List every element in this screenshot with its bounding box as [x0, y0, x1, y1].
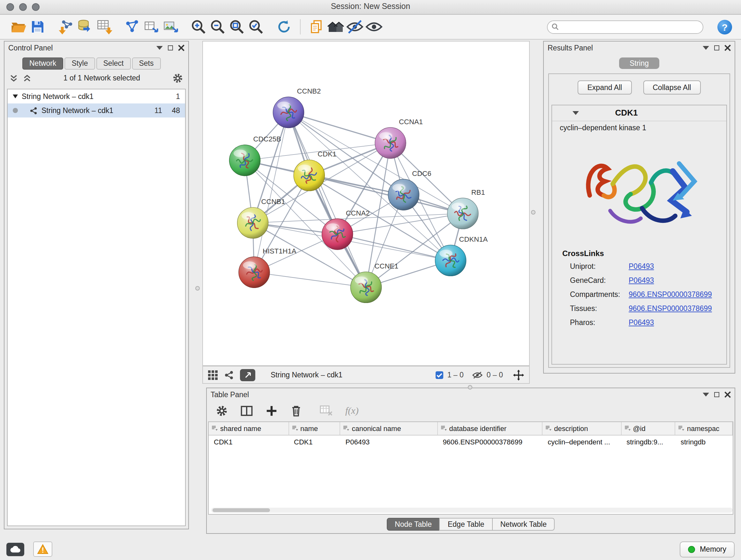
collapse-panel-icon[interactable]	[703, 393, 709, 396]
pan-mode-icon[interactable]	[513, 369, 524, 380]
cell-namespace[interactable]: stringdb	[676, 435, 733, 448]
import-network-file-icon[interactable]	[56, 17, 75, 37]
warning-button[interactable]	[33, 542, 52, 557]
sort-icon	[678, 425, 684, 432]
home-icon[interactable]	[326, 17, 345, 37]
tab-sets[interactable]: Sets	[132, 57, 160, 70]
zoom-in-icon[interactable]	[189, 17, 208, 37]
svg-text:CCNA2: CCNA2	[346, 209, 370, 217]
function-builder-icon[interactable]: f(x)	[345, 405, 359, 416]
network-canvas[interactable]: CCNB2CCNA1CDC25BCDK1CDC6RB1CCNB1CCNA2CDK…	[202, 41, 530, 366]
gene-description: cyclin–dependent kinase 1	[552, 121, 726, 132]
column-header[interactable]: name	[289, 422, 340, 435]
crosslink-link[interactable]: 9606.ENSP00000378699	[629, 291, 712, 298]
zoom-out-icon[interactable]	[208, 17, 227, 37]
hide-selected-icon[interactable]	[345, 17, 364, 37]
gear-icon[interactable]	[172, 72, 183, 83]
column-header[interactable]: @id	[621, 422, 675, 435]
control-panel-header: Control Panel	[4, 42, 188, 54]
delete-column-icon[interactable]	[290, 405, 302, 417]
tab-network-table[interactable]: Network Table	[492, 518, 555, 531]
cell-description[interactable]: cyclin–dependent ...	[542, 435, 621, 448]
splitter-grip[interactable]	[531, 210, 536, 214]
selected-checkbox-icon[interactable]	[435, 371, 444, 379]
close-panel-icon[interactable]	[724, 45, 731, 51]
network-from-table-icon[interactable]	[142, 17, 161, 37]
network-graph[interactable]: CCNB2CCNA1CDC25BCDK1CDC6RB1CCNB1CCNA2CDK…	[203, 42, 529, 365]
network-node-count: 11	[148, 107, 162, 114]
open-session-icon[interactable]	[9, 17, 28, 37]
splitter-grip[interactable]	[195, 286, 200, 291]
help-icon[interactable]: ?	[718, 19, 732, 34]
table-toolbar: f(x)	[207, 401, 735, 420]
float-panel-icon[interactable]	[168, 45, 173, 51]
expand-all-networks-icon[interactable]	[10, 74, 18, 82]
close-panel-icon[interactable]	[178, 45, 185, 51]
expand-all-button[interactable]: Expand All	[578, 80, 632, 95]
cell-canonical-name[interactable]: P06493	[340, 435, 438, 448]
memory-label: Memory	[700, 545, 726, 553]
column-header[interactable]: shared name	[209, 422, 289, 435]
network-collection-label: String Network – cdk1	[22, 92, 93, 100]
collapse-all-networks-icon[interactable]	[23, 74, 31, 82]
network-from-image-icon[interactable]	[161, 17, 180, 37]
window-title: Session: New Session	[0, 2, 741, 11]
tab-node-table[interactable]: Node Table	[387, 518, 440, 531]
collapse-all-button[interactable]: Collapse All	[643, 80, 700, 95]
share-network-icon[interactable]	[224, 370, 233, 380]
network-collection-row[interactable]: String Network – cdk1 1	[8, 89, 185, 104]
crosslink-link[interactable]: P06493	[629, 276, 654, 284]
float-panel-icon[interactable]	[714, 45, 719, 51]
cell-database-identifier[interactable]: 9606.ENSP00000378699	[437, 435, 542, 448]
tab-string[interactable]: String	[619, 57, 659, 69]
collapse-panel-icon[interactable]	[156, 46, 163, 50]
tab-edge-table[interactable]: Edge Table	[440, 518, 493, 531]
close-panel-icon[interactable]	[724, 391, 731, 398]
save-session-icon[interactable]	[28, 17, 47, 37]
add-column-icon[interactable]	[266, 405, 278, 417]
cloud-button[interactable]	[6, 543, 24, 556]
import-table-icon[interactable]	[94, 17, 114, 37]
table-row[interactable]: CDK1 CDK1 P06493 9606.ENSP00000378699 cy…	[209, 435, 733, 448]
collapse-panel-icon[interactable]	[703, 46, 709, 50]
column-header[interactable]: namespac	[676, 422, 733, 435]
import-network-database-icon[interactable]	[75, 17, 94, 37]
scrollbar-thumb[interactable]	[212, 508, 270, 512]
zoom-selected-icon[interactable]	[246, 17, 266, 37]
crosslink-link[interactable]: P06493	[629, 262, 654, 270]
column-header[interactable]: description	[542, 422, 621, 435]
cell-shared-name[interactable]: CDK1	[209, 435, 289, 448]
cell-name[interactable]: CDK1	[289, 435, 340, 448]
tab-select[interactable]: Select	[96, 57, 131, 70]
splitter-grip[interactable]	[468, 385, 472, 389]
birds-eye-view-icon[interactable]	[208, 370, 218, 380]
float-panel-icon[interactable]	[714, 392, 719, 397]
zoom-fit-icon[interactable]	[227, 17, 246, 37]
memory-button[interactable]: Memory	[680, 541, 735, 557]
table-tabs: Node Table Edge Table Network Table	[387, 518, 555, 531]
network-collection-count: 1	[176, 92, 180, 100]
refresh-layout-icon[interactable]	[274, 17, 293, 37]
tree-expander-icon[interactable]	[13, 95, 18, 98]
table-gear-icon[interactable]	[216, 405, 228, 417]
tab-style[interactable]: Style	[64, 57, 95, 70]
hidden-eye-icon[interactable]	[473, 371, 483, 379]
svg-text:CCNE1: CCNE1	[375, 262, 399, 270]
new-network-icon[interactable]	[123, 17, 142, 37]
copy-icon[interactable]	[307, 17, 326, 37]
show-all-icon[interactable]	[364, 17, 384, 37]
crosslink-link[interactable]: P06493	[629, 319, 654, 326]
column-header[interactable]: database identifier	[437, 422, 542, 435]
detach-view-button[interactable]	[240, 369, 255, 381]
horizontal-scrollbar[interactable]	[211, 508, 733, 513]
column-header[interactable]: canonical name	[340, 422, 438, 435]
tab-network[interactable]: Network	[22, 57, 63, 70]
network-row[interactable]: String Network – cdk1 11 48	[8, 104, 185, 118]
svg-text:CDKN1A: CDKN1A	[459, 235, 488, 243]
sort-icon	[545, 425, 551, 432]
cell-id[interactable]: stringdb:9...	[621, 435, 675, 448]
gene-header[interactable]: CDK1	[552, 105, 726, 121]
search-input[interactable]	[547, 20, 703, 34]
show-columns-icon[interactable]	[241, 405, 253, 417]
crosslink-link[interactable]: 9606.ENSP00000378699	[629, 305, 712, 312]
